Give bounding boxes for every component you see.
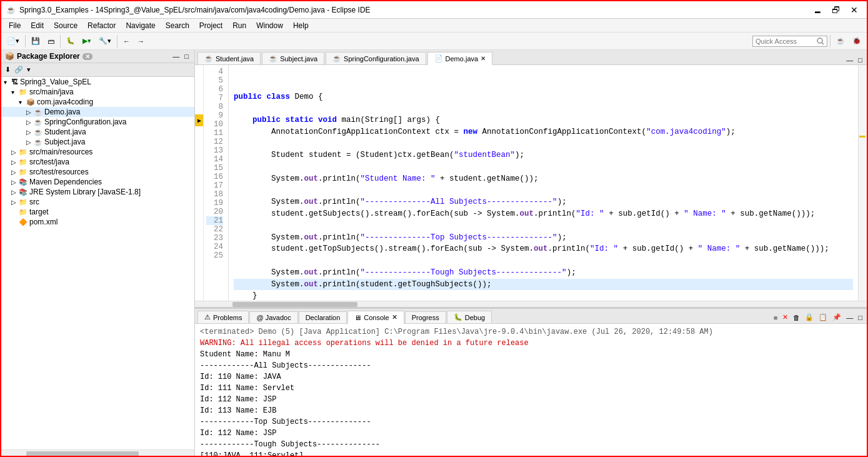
line-num-14: 14 [206,155,223,164]
tree-item-srcmainjava[interactable]: ▾ 📁 src/main/java [1,87,194,97]
menu-project[interactable]: Project [194,20,227,31]
close-button[interactable]: ✕ [847,4,862,16]
menu-run[interactable]: Run [227,20,251,31]
tab-progress[interactable]: Progress [405,311,446,323]
pe-maximize-button[interactable]: □ [182,52,191,61]
tree-toggle-srcmainres[interactable]: ▷ [11,149,19,156]
menu-help[interactable]: Help [288,20,314,31]
run-button[interactable]: ▶▾ [79,35,94,47]
tab-console[interactable]: 🖥 Console ✕ [347,311,404,324]
pe-link-with-editor-button[interactable]: 🔗 [13,64,24,75]
line-num-12: 12 [206,138,223,146]
code-line-12: System.out.println("Student Name: " + st… [234,174,539,183]
tree-toggle-subject[interactable]: ▷ [26,139,34,146]
tab-problems[interactable]: ⚠ Problems [197,311,249,323]
menu-search[interactable]: Search [161,20,194,31]
pe-menu-button[interactable]: ▾ [26,64,32,75]
tree-item-jre[interactable]: ▷ 📚 JRE System Library [JavaSE-1.8] [1,187,194,197]
subject-tab-label: Subject.java [280,55,317,63]
save-all-button[interactable]: 🗃 [44,36,57,47]
menu-source[interactable]: Source [49,20,82,31]
editor-hscroll-thumb[interactable] [232,302,357,307]
tree-toggle-jre[interactable]: ▷ [11,189,19,196]
console-max-button[interactable]: □ [856,313,864,322]
tree-item-srcmainresources[interactable]: ▷ 📁 src/main/resources [1,147,194,157]
srcmainjava-icon: 📁 [19,88,27,96]
editor-scrollbar[interactable] [858,65,867,301]
code-line-10: Student student = (Student)ctx.getBean("… [234,151,524,159]
line-num-20: 20 [206,208,223,216]
tree-item-student[interactable]: ▷ ☕ Student.java [1,127,194,137]
tree-item-com[interactable]: ▾ 📦 com.java4coding [1,97,194,107]
editor-max-button[interactable]: □ [856,56,864,64]
tree-item-src[interactable]: ▷ 📁 src [1,197,194,207]
tree-toggle-srcmainjava[interactable]: ▾ [11,89,19,96]
pe-collapse-all-button[interactable]: ⬇ [4,64,12,75]
console-output: <terminated> Demo (5) [Java Application]… [195,324,867,457]
prev-edit-button[interactable]: ← [120,36,133,47]
console-scroll-lock-button[interactable]: 🔒 [803,313,816,322]
next-edit-button[interactable]: → [134,36,147,47]
tab-debug[interactable]: 🐛 Debug [447,311,492,323]
tree-item-subject[interactable]: ▷ ☕ Subject.java [1,137,194,147]
console-clear-button[interactable]: 🗑 [791,313,802,322]
pe-scrollbar-thumb[interactable] [26,451,139,456]
console-stop-button[interactable]: ■ [772,313,780,322]
tab-declaration[interactable]: Declaration [299,311,347,323]
tree-toggle-src[interactable]: ▷ [11,199,19,206]
pe-horizontal-scrollbar[interactable] [1,449,194,457]
tab-springconfig-java[interactable]: ☕ SpringConfiguration.java [326,52,426,64]
tab-student-java[interactable]: ☕ Student.java [197,52,261,64]
debug-button[interactable]: 🐛 [63,35,78,47]
console-min-button[interactable]: — [844,313,855,322]
perspective-java-button[interactable]: ☕ [833,35,848,47]
tab-demo-java[interactable]: 📄 Demo.java ✕ [427,52,493,65]
menu-navigate[interactable]: Navigate [121,20,160,31]
minimize-button[interactable]: 🗕 [809,4,826,16]
pom-icon: 🔶 [19,218,27,226]
code-line-17: System.out.println("--------------Top Su… [234,233,567,242]
tree-toggle-demo[interactable]: ▷ [26,109,34,116]
tree-toggle-student[interactable]: ▷ [26,129,34,136]
tree-toggle-mavendeps[interactable]: ▷ [11,179,19,186]
tree-toggle-springconfig[interactable]: ▷ [26,119,34,126]
tree-item-srctestresources[interactable]: ▷ 📁 src/test/resources [1,167,194,177]
pe-minimize-button[interactable]: — [171,52,181,61]
tree-toggle-spring3[interactable]: ▾ [4,79,11,86]
tree-item-target[interactable]: 📁 target [1,207,194,217]
maximize-button[interactable]: 🗗 [828,4,844,16]
code-editor: ▶ 4 5 6 7 8 9 10 11 12 13 14 15 16 17 [195,65,867,301]
console-pin-button[interactable]: 📌 [831,313,843,322]
tree-item-srctestjava[interactable]: ▷ 📁 src/test/java [1,157,194,167]
tree-toggle-com[interactable]: ▾ [19,99,26,106]
perspective-debug-button[interactable]: 🐞 [849,35,864,47]
package-explorer-icon: 📦 [5,52,14,61]
tree-item-pom[interactable]: 🔶 pom.xml [1,217,194,227]
save-button[interactable]: 💾 [28,35,43,47]
tree-item-demo[interactable]: ▷ ☕ Demo.java [1,107,194,117]
editor-horizontal-scrollbar[interactable] [195,301,867,307]
console-tab-close[interactable]: ✕ [392,313,397,321]
debug-tab-label: Debug [465,314,485,321]
menu-edit[interactable]: Edit [26,20,49,31]
demo-tab-close[interactable]: ✕ [481,55,486,62]
quick-access-input[interactable] [752,36,827,47]
tab-javadoc[interactable]: @ Javadoc [249,311,297,323]
tree-item-springconfig[interactable]: ▷ ☕ SpringConfiguration.java [1,117,194,127]
console-copy-button[interactable]: 📋 [817,313,829,322]
tab-subject-java[interactable]: ☕ Subject.java [262,52,324,64]
tree-item-mavendeps[interactable]: ▷ 📚 Maven Dependencies [1,177,194,187]
mavendeps-icon: 📚 [19,178,27,186]
menu-window[interactable]: Window [251,20,288,31]
tree-toggle-srctestresources[interactable]: ▷ [11,169,19,176]
tree-toggle-srctestjava[interactable]: ▷ [11,159,19,166]
editor-min-button[interactable]: — [844,56,855,64]
run-config-button[interactable]: 🔧▾ [96,35,114,47]
new-button[interactable]: 📄▾ [4,35,22,47]
editor-tabs: ☕ Student.java ☕ Subject.java ☕ SpringCo… [195,50,867,65]
menu-refactor[interactable]: Refactor [82,20,121,31]
menu-file[interactable]: File [4,20,26,31]
console-terminate-button[interactable]: ✕ [781,313,790,322]
tree-item-spring3[interactable]: ▾ 🏗 Spring3_Value_SpEL [1,77,194,87]
code-content[interactable]: public class Demo { public static void m… [229,65,858,301]
